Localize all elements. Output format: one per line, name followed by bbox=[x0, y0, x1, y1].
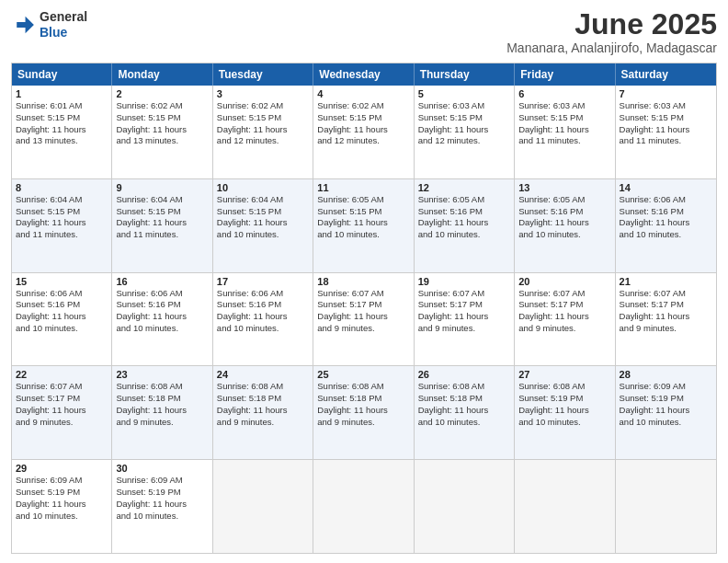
day-number: 5 bbox=[418, 88, 510, 99]
day-number: 19 bbox=[418, 276, 510, 287]
calendar-cell: 22Sunrise: 6:07 AMSunset: 5:17 PMDayligh… bbox=[12, 366, 112, 459]
day-number: 16 bbox=[116, 276, 208, 287]
day-number: 21 bbox=[620, 276, 712, 287]
header-day-sunday: Sunday bbox=[12, 63, 112, 86]
calendar-cell: 7Sunrise: 6:03 AMSunset: 5:15 PMDaylight… bbox=[616, 86, 716, 178]
day-number: 13 bbox=[518, 182, 610, 193]
calendar-cell: 16Sunrise: 6:06 AMSunset: 5:16 PMDayligh… bbox=[112, 273, 212, 366]
day-number: 6 bbox=[518, 88, 610, 99]
calendar-cell: 10Sunrise: 6:04 AMSunset: 5:15 PMDayligh… bbox=[213, 179, 313, 272]
calendar-cell: 5Sunrise: 6:03 AMSunset: 5:15 PMDaylight… bbox=[415, 86, 515, 178]
cell-info-line: Sunrise: 6:09 AM bbox=[116, 475, 208, 487]
cell-info-line: Sunset: 5:18 PM bbox=[217, 393, 309, 405]
cell-info-line: Sunset: 5:15 PM bbox=[116, 206, 208, 218]
cell-info-line: and 10 minutes. bbox=[217, 229, 309, 241]
calendar-cell: 24Sunrise: 6:08 AMSunset: 5:18 PMDayligh… bbox=[213, 366, 313, 459]
calendar-row-5: 29Sunrise: 6:09 AMSunset: 5:19 PMDayligh… bbox=[12, 460, 716, 553]
cell-info-line: Daylight: 11 hours bbox=[317, 405, 409, 417]
calendar-cell bbox=[313, 460, 414, 553]
cell-info-line: Sunrise: 6:01 AM bbox=[16, 100, 108, 112]
day-number: 1 bbox=[16, 88, 108, 99]
cell-info-line: Daylight: 11 hours bbox=[317, 217, 409, 229]
calendar-body: 1Sunrise: 6:01 AMSunset: 5:15 PMDaylight… bbox=[12, 86, 716, 553]
cell-info-line: Daylight: 11 hours bbox=[116, 499, 208, 511]
cell-info-line: Sunset: 5:17 PM bbox=[317, 299, 409, 311]
day-number: 11 bbox=[317, 182, 409, 193]
day-number: 30 bbox=[116, 463, 208, 474]
cell-info-line: Sunset: 5:17 PM bbox=[518, 299, 610, 311]
cell-info-line: Daylight: 11 hours bbox=[217, 217, 309, 229]
page: General Blue June 2025 Mananara, Analanj… bbox=[0, 0, 728, 563]
cell-info-line: Sunrise: 6:03 AM bbox=[518, 100, 610, 112]
day-number: 26 bbox=[418, 369, 510, 380]
calendar-cell: 23Sunrise: 6:08 AMSunset: 5:18 PMDayligh… bbox=[112, 366, 212, 459]
cell-info-line: and 12 minutes. bbox=[418, 135, 510, 147]
cell-info-line: Sunset: 5:19 PM bbox=[16, 487, 108, 499]
day-number: 17 bbox=[217, 276, 309, 287]
cell-info-line: Daylight: 11 hours bbox=[217, 405, 309, 417]
calendar-cell: 18Sunrise: 6:07 AMSunset: 5:17 PMDayligh… bbox=[313, 273, 414, 366]
calendar-cell: 15Sunrise: 6:06 AMSunset: 5:16 PMDayligh… bbox=[12, 273, 112, 366]
calendar-cell bbox=[616, 460, 716, 553]
cell-info-line: Sunrise: 6:09 AM bbox=[620, 381, 712, 393]
calendar-row-2: 8Sunrise: 6:04 AMSunset: 5:15 PMDaylight… bbox=[12, 179, 716, 273]
cell-info-line: Sunset: 5:15 PM bbox=[116, 112, 208, 124]
cell-info-line: and 10 minutes. bbox=[116, 323, 208, 335]
cell-info-line: and 10 minutes. bbox=[116, 511, 208, 523]
cell-info-line: Sunrise: 6:06 AM bbox=[217, 288, 309, 300]
cell-info-line: Daylight: 11 hours bbox=[217, 124, 309, 136]
cell-info-line: Sunrise: 6:04 AM bbox=[217, 194, 309, 206]
cell-info-line: and 10 minutes. bbox=[620, 229, 712, 241]
cell-info-line: and 9 minutes. bbox=[518, 323, 610, 335]
cell-info-line: Sunrise: 6:09 AM bbox=[16, 475, 108, 487]
cell-info-line: Daylight: 11 hours bbox=[116, 311, 208, 323]
cell-info-line: Daylight: 11 hours bbox=[418, 311, 510, 323]
calendar-row-4: 22Sunrise: 6:07 AMSunset: 5:17 PMDayligh… bbox=[12, 366, 716, 460]
cell-info-line: Daylight: 11 hours bbox=[418, 124, 510, 136]
logo-text: General Blue bbox=[40, 9, 87, 40]
cell-info-line: and 11 minutes. bbox=[16, 229, 108, 241]
cell-info-line: Daylight: 11 hours bbox=[16, 124, 108, 136]
cell-info-line: Sunrise: 6:05 AM bbox=[418, 194, 510, 206]
day-number: 27 bbox=[518, 369, 610, 380]
day-number: 10 bbox=[217, 182, 309, 193]
calendar-cell: 21Sunrise: 6:07 AMSunset: 5:17 PMDayligh… bbox=[616, 273, 716, 366]
cell-info-line: and 10 minutes. bbox=[16, 511, 108, 523]
calendar-cell: 11Sunrise: 6:05 AMSunset: 5:15 PMDayligh… bbox=[313, 179, 414, 272]
cell-info-line: Daylight: 11 hours bbox=[116, 405, 208, 417]
calendar-cell: 3Sunrise: 6:02 AMSunset: 5:15 PMDaylight… bbox=[213, 86, 313, 178]
cell-info-line: and 10 minutes. bbox=[620, 417, 712, 429]
cell-info-line: Sunrise: 6:07 AM bbox=[16, 381, 108, 393]
header-day-thursday: Thursday bbox=[415, 63, 515, 86]
calendar-cell bbox=[213, 460, 313, 553]
day-number: 24 bbox=[217, 369, 309, 380]
cell-info-line: Sunset: 5:15 PM bbox=[620, 112, 712, 124]
cell-info-line: Sunset: 5:16 PM bbox=[418, 206, 510, 218]
cell-info-line: Sunrise: 6:06 AM bbox=[116, 288, 208, 300]
cell-info-line: Daylight: 11 hours bbox=[620, 124, 712, 136]
cell-info-line: and 9 minutes. bbox=[217, 417, 309, 429]
logo-blue: Blue bbox=[40, 25, 87, 40]
cell-info-line: Sunrise: 6:07 AM bbox=[620, 288, 712, 300]
cell-info-line: Daylight: 11 hours bbox=[317, 311, 409, 323]
header-day-saturday: Saturday bbox=[616, 63, 716, 86]
cell-info-line: Sunrise: 6:07 AM bbox=[418, 288, 510, 300]
cell-info-line: Daylight: 11 hours bbox=[518, 405, 610, 417]
title-block: June 2025 Mananara, Analanjirofo, Madaga… bbox=[506, 9, 717, 55]
cell-info-line: Daylight: 11 hours bbox=[620, 217, 712, 229]
calendar-cell: 29Sunrise: 6:09 AMSunset: 5:19 PMDayligh… bbox=[12, 460, 112, 553]
day-number: 4 bbox=[317, 88, 409, 99]
cell-info-line: and 12 minutes. bbox=[317, 135, 409, 147]
cell-info-line: Daylight: 11 hours bbox=[518, 124, 610, 136]
calendar-cell: 6Sunrise: 6:03 AMSunset: 5:15 PMDaylight… bbox=[515, 86, 615, 178]
cell-info-line: Sunrise: 6:06 AM bbox=[620, 194, 712, 206]
calendar-cell: 12Sunrise: 6:05 AMSunset: 5:16 PMDayligh… bbox=[415, 179, 515, 272]
calendar-cell: 20Sunrise: 6:07 AMSunset: 5:17 PMDayligh… bbox=[515, 273, 615, 366]
cell-info-line: and 10 minutes. bbox=[518, 417, 610, 429]
cell-info-line: Daylight: 11 hours bbox=[518, 311, 610, 323]
cell-info-line: Sunset: 5:16 PM bbox=[16, 299, 108, 311]
cell-info-line: Sunrise: 6:03 AM bbox=[418, 100, 510, 112]
header-day-monday: Monday bbox=[112, 63, 212, 86]
cell-info-line: Sunset: 5:15 PM bbox=[317, 112, 409, 124]
cell-info-line: and 9 minutes. bbox=[116, 417, 208, 429]
